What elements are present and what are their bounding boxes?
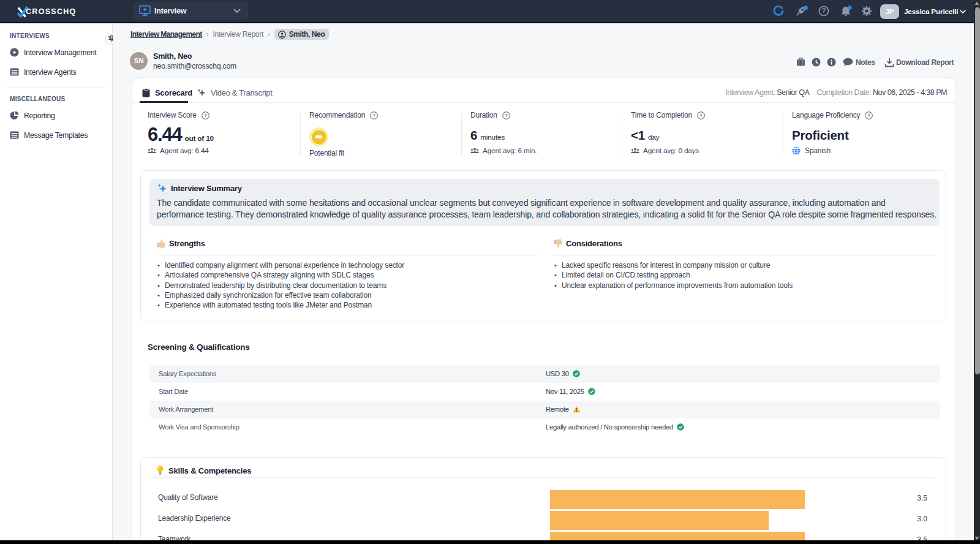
svg-text:?: ? bbox=[204, 113, 207, 118]
svg-text:?: ? bbox=[868, 113, 871, 118]
svg-text:?: ? bbox=[372, 113, 375, 118]
svg-text:?: ? bbox=[699, 113, 703, 118]
svg-text:?: ? bbox=[822, 7, 826, 14]
svg-text:?: ? bbox=[505, 113, 508, 118]
